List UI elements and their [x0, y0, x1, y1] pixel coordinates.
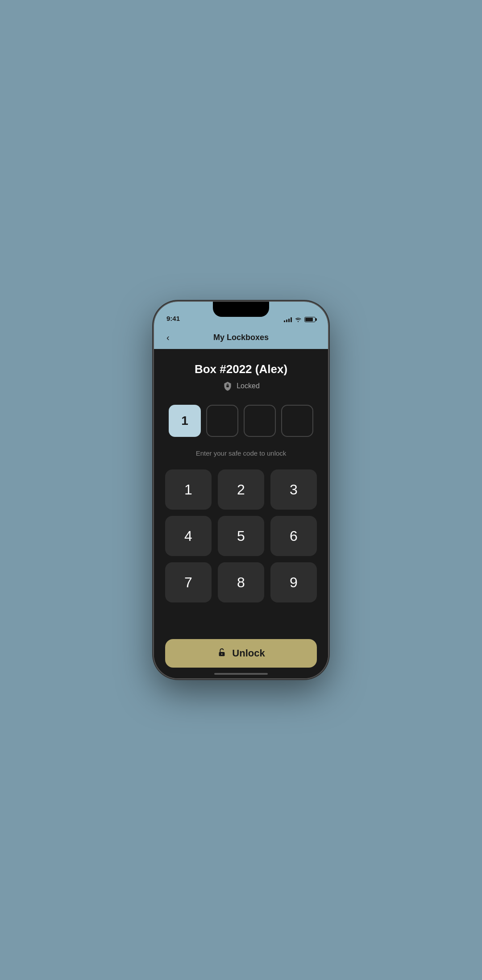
keypad-row-2: 4 5 6 — [165, 516, 317, 556]
keypad-row-1: 1 2 3 — [165, 469, 317, 510]
lock-status-text: Locked — [237, 382, 260, 390]
main-content: Box #2022 (Alex) Locked 1 Enter your saf… — [154, 349, 328, 678]
unlock-lock-icon — [217, 648, 227, 660]
nav-bar: ‹ My Lockboxes — [154, 326, 328, 349]
key-2[interactable]: 2 — [218, 469, 264, 510]
home-indicator — [214, 673, 268, 675]
status-time: 9:41 — [166, 315, 180, 322]
key-7[interactable]: 7 — [165, 562, 212, 602]
keypad-row-3: 7 8 9 — [165, 562, 317, 602]
status-icons — [284, 317, 316, 322]
key-9[interactable]: 9 — [270, 562, 317, 602]
key-3[interactable]: 3 — [270, 469, 317, 510]
unlock-button[interactable]: Unlock — [165, 639, 317, 668]
unlock-button-label: Unlock — [232, 648, 265, 659]
lock-status: Locked — [222, 381, 260, 391]
code-slot-2 — [206, 405, 238, 437]
battery-icon — [304, 317, 316, 322]
key-8[interactable]: 8 — [218, 562, 264, 602]
back-button[interactable]: ‹ — [163, 329, 173, 346]
code-slot-1: 1 — [169, 405, 201, 437]
phone-frame: 9:41 ‹ My Lockboxes Bo — [154, 302, 328, 678]
code-slot-4 — [281, 405, 313, 437]
shield-lock-icon — [222, 381, 233, 391]
svg-rect-0 — [226, 385, 229, 387]
key-6[interactable]: 6 — [270, 516, 317, 556]
code-display: 1 — [169, 405, 313, 437]
nav-title: My Lockboxes — [213, 333, 269, 342]
keypad: 1 2 3 4 5 6 7 8 9 — [165, 469, 317, 639]
key-1[interactable]: 1 — [165, 469, 212, 510]
notch — [213, 302, 269, 317]
instruction-text: Enter your safe code to unlock — [196, 449, 287, 457]
signal-icon — [284, 317, 292, 322]
svg-point-2 — [221, 653, 223, 655]
wifi-icon — [295, 317, 302, 322]
code-slot-3 — [244, 405, 276, 437]
box-title: Box #2022 (Alex) — [195, 362, 287, 376]
key-4[interactable]: 4 — [165, 516, 212, 556]
key-5[interactable]: 5 — [218, 516, 264, 556]
